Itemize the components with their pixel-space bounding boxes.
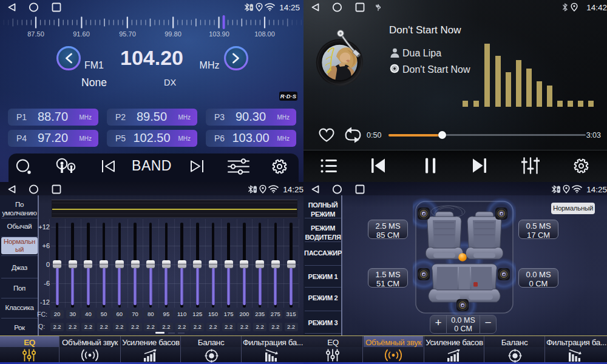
svg-text:14:25: 14:25 (279, 3, 300, 12)
svg-text:14:25: 14:25 (283, 185, 304, 194)
svg-text:14:25: 14:25 (586, 185, 607, 194)
svg-text:14:42: 14:42 (586, 3, 607, 12)
